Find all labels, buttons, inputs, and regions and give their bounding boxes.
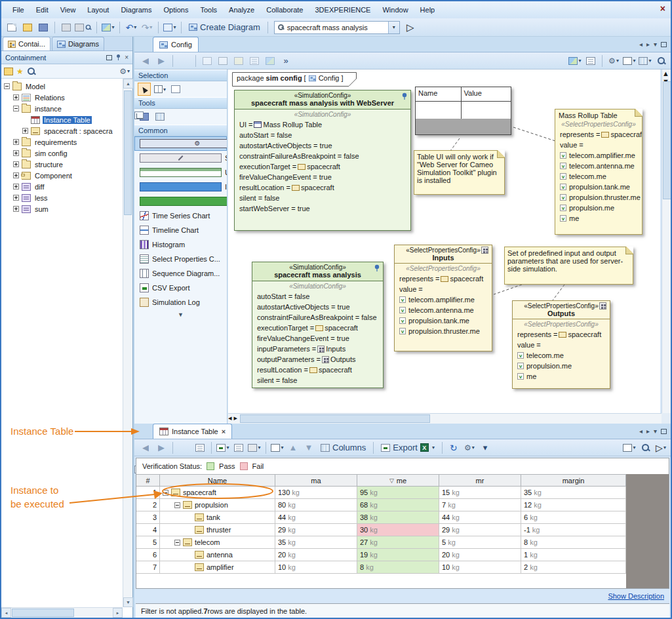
parameters-note[interactable]: Set of predefined input and output param… [504,247,633,285]
paste-style-button[interactable]: ▾ [568,53,582,69]
ui-table-mock[interactable]: NameValue [415,87,511,135]
table-row-thruster[interactable]: 4 thruster 29kg 30kg 29kg -1kg [136,524,626,536]
palette-item-sequence-diagram[interactable]: Sequence Diagram... [134,266,227,281]
simulation-config-box[interactable]: «SimulationConfig» spacecraft mass analy… [252,262,384,388]
pin-icon[interactable] [374,264,381,273]
validation-button[interactable] [193,440,207,456]
table-row-propulsion[interactable]: 2 propulsion 80kg 68kg 7kg 12kg [136,499,626,511]
tree-item-requirements[interactable]: requirements [13,136,123,148]
palette-item-csv-export[interactable]: CSV Export [134,281,227,295]
pin-icon[interactable] [401,92,408,101]
palette-item-simulation-configuration[interactable]: Simulation Configu... [134,136,227,151]
expand-expander-icon[interactable] [13,172,19,178]
swimlane-tool-button[interactable] [153,110,167,123]
table-back-button[interactable]: ◀ [138,440,153,456]
refresh-button[interactable]: ↻ [446,440,461,456]
canvas-horizontal-scrollbar[interactable]: ◂ ▸ [228,413,662,424]
outputs-box[interactable]: «SelectPropertiesConfig» Outputs «Select… [512,300,610,389]
diagram-back-button[interactable]: ◀ [138,53,153,69]
menu-3dexperience[interactable]: 3DEXPERIENCE [309,2,376,18]
palette-section-selection[interactable]: Selection [134,70,227,81]
export-button[interactable]: Export ▾ [378,440,438,456]
image-export-button[interactable]: ▾ [101,20,115,35]
collapse-expander-icon[interactable] [174,502,180,508]
tab-list-icon[interactable]: ▾ [654,41,657,48]
print-preview-button[interactable] [75,20,92,35]
table-search-button[interactable] [638,440,652,456]
palette-item-simulation-log[interactable]: Simulation Log [134,295,227,310]
search-icon[interactable] [27,67,35,75]
table-row-spacecraft[interactable]: 1 spacecraft 130kg 95kg 15kg 35kg [136,487,626,499]
save-button[interactable] [36,20,50,35]
redo-button[interactable]: ↷▾ [140,20,154,35]
grid-options-button[interactable]: ▾ [622,53,637,69]
undo-button[interactable]: ↶▾ [124,20,138,35]
collapse-expander-icon[interactable] [13,106,19,111]
expand-expander-icon[interactable] [13,94,19,100]
close-panel-icon[interactable]: × [125,54,128,61]
dependency-tool-button[interactable] [200,53,214,69]
tree-item-component[interactable]: Component [13,170,123,181]
expand-expander-icon[interactable] [13,150,19,156]
column-header-mr[interactable]: mr [439,474,521,487]
scroll-up-icon[interactable]: ▲ [662,70,669,77]
table-options-button[interactable]: ⚙▾ [462,440,477,456]
maximize-panel-icon[interactable] [661,429,667,434]
palette-item-simulation-config[interactable]: Simulation Config... [134,151,227,165]
float-panel-icon[interactable] [106,55,112,60]
collapse-expander-icon[interactable] [174,540,180,546]
webserver-note[interactable]: Table UI will only work if "Web Server f… [414,150,505,195]
menu-view[interactable]: View [54,2,82,18]
show-in-tree-button[interactable] [177,440,191,456]
table-row-amplifier[interactable]: 7 amplifier 10kg 8kg 10kg 2kg [136,561,626,574]
text-tool-button[interactable] [247,53,262,69]
canvas-vertical-scrollbar[interactable]: ▲ ▼ [662,70,672,413]
scroll-right-icon[interactable]: ▸ [234,414,238,422]
tab-scroll-left-icon[interactable]: ◂ [639,41,642,48]
tab-scroll-right-icon[interactable]: ▸ [646,428,650,435]
column-header-ma[interactable]: ma [275,474,357,487]
tree-options-button[interactable]: ⚙ ▾ [119,68,130,75]
copy-row-button[interactable] [231,440,246,456]
add-row-button[interactable]: ▾ [216,440,230,456]
expand-expander-icon[interactable] [13,161,19,167]
create-diagram-button[interactable]: Create Diagram [186,20,264,35]
open-in-new-tree-icon[interactable] [4,68,13,75]
view-mode-button[interactable]: ▾ [622,440,637,456]
menu-options[interactable]: Options [157,2,194,18]
delete-row-button[interactable]: ▾ [247,440,262,456]
menu-tools[interactable]: Tools [194,2,223,18]
tab-config[interactable]: Config [153,37,199,52]
tree-vertical-scrollbar[interactable]: ▲ ▼ [123,79,132,607]
columns-button[interactable]: Columns [317,440,369,456]
tab-list-icon[interactable]: ▾ [654,428,657,435]
palette-section-common[interactable]: Common [134,125,227,136]
menu-edit[interactable]: Edit [30,2,54,18]
mass-rollup-note[interactable]: Mass Rollup Table «SelectPropertiesConfi… [555,109,642,235]
close-tab-icon[interactable]: × [222,428,226,435]
diagram-forward-button[interactable]: ▶ [154,53,168,69]
show-description-link[interactable]: Show Description [608,592,664,600]
favorites-star-icon[interactable]: ★ [16,67,24,76]
more-options-icon[interactable]: ▾ [478,440,492,456]
select-tool-button[interactable] [138,83,151,96]
tab-diagrams[interactable]: Diagrams [52,37,104,50]
layout-tool-button[interactable] [263,53,277,69]
menu-window[interactable]: Window [376,2,414,18]
diagram-options-button[interactable]: ⚙▾ [606,53,621,69]
expand-expander-icon[interactable] [13,184,19,190]
palette-item-timeline-chart[interactable]: Timeline Chart [134,223,227,237]
scroll-down-icon[interactable]: ▼ [123,597,133,607]
scroll-left-icon[interactable]: ◂ [228,414,232,422]
palette-section-tools[interactable]: Tools [134,97,227,109]
scrollbar-thumb[interactable] [240,414,430,423]
tab-scroll-right-icon[interactable]: ▸ [646,41,650,48]
table-settings-button[interactable]: ▾ [270,440,285,456]
tab-instance-table[interactable]: Instance Table × [153,424,232,439]
palette-item-select-properties-config[interactable]: Select Properties C... [134,252,227,266]
tree-item-sum[interactable]: sum [13,203,123,214]
scroll-right-icon[interactable]: ▸ [113,608,123,618]
tree-item-structure[interactable]: structure [13,159,123,170]
expand-expander-icon[interactable] [13,206,19,212]
open-project-button[interactable] [20,20,35,35]
